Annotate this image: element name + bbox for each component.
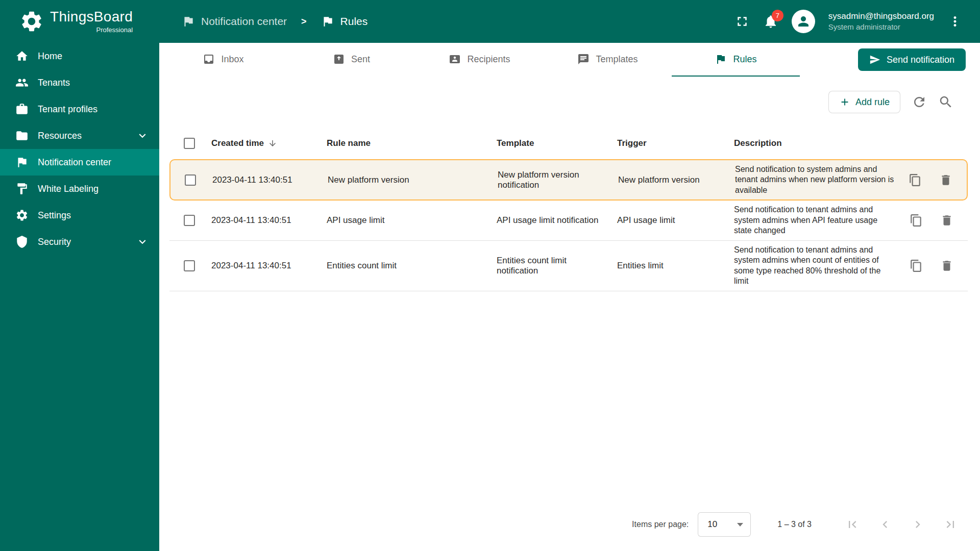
send-icon	[869, 54, 880, 65]
sidebar-item-tenants[interactable]: Tenants	[0, 69, 159, 96]
cell-description: Send notification to system admins and t…	[735, 160, 902, 199]
cell-trigger: New platform version	[618, 171, 735, 189]
search-icon	[938, 94, 953, 110]
chevron-down-icon	[136, 235, 149, 248]
search-button[interactable]	[938, 94, 953, 110]
row-checkbox[interactable]	[185, 174, 196, 186]
home-icon	[15, 49, 29, 63]
sidebar-item-security[interactable]: Security	[0, 229, 159, 255]
table-row[interactable]: 2023-04-11 13:40:51 New platform version…	[169, 159, 968, 201]
notifications-button[interactable]: 7	[763, 14, 778, 29]
chevron-right-icon	[911, 517, 925, 532]
refresh-button[interactable]	[912, 94, 927, 110]
column-header-description[interactable]: Description	[734, 138, 903, 148]
send-notification-label: Send notification	[887, 55, 954, 65]
copy-rule-button[interactable]	[910, 214, 923, 227]
tab-templates[interactable]: Templates	[544, 43, 672, 77]
cell-template: New platform version notification	[498, 166, 618, 194]
sidebar-item-home[interactable]: Home	[0, 43, 159, 69]
table-toolbar: Add rule	[159, 77, 980, 128]
app-window: ThingsBoard Professional Home Tenants Te…	[0, 0, 980, 551]
add-rule-button[interactable]: Add rule	[828, 91, 900, 113]
pager-arrows	[845, 517, 958, 532]
dropdown-caret-icon	[737, 523, 743, 527]
user-info[interactable]: sysadmin@thingsboard.org System administ…	[828, 11, 934, 32]
rules-icon	[715, 53, 727, 65]
thingsboard-logo[interactable]: ThingsBoard Professional	[0, 0, 159, 43]
items-per-page-value: 10	[707, 519, 717, 530]
tab-inbox[interactable]: Inbox	[159, 43, 287, 77]
gear-icon	[15, 209, 29, 222]
table-row[interactable]: 2023-04-11 13:40:51 API usage limit API …	[169, 201, 968, 240]
table-row[interactable]: 2023-04-11 13:40:51 Entities count limit…	[169, 241, 968, 291]
cell-template: API usage limit notification	[497, 211, 617, 230]
rules-table: Created time Rule name Template Trigger …	[169, 128, 968, 291]
last-page-button[interactable]	[943, 517, 958, 532]
topbar-actions: 7 sysadmin@thingsboard.org System admini…	[734, 10, 963, 33]
paint-icon	[15, 182, 29, 195]
sidebar-item-settings[interactable]: Settings	[0, 202, 159, 229]
sidebar-item-notification-center[interactable]: Notification center	[0, 149, 159, 176]
delete-rule-button[interactable]	[940, 259, 953, 272]
cell-created-time: 2023-04-11 13:40:51	[212, 171, 328, 189]
column-header-trigger[interactable]: Trigger	[617, 138, 734, 148]
main-content: Inbox Sent Recipients Templates Rules Se…	[159, 43, 980, 551]
first-page-button[interactable]	[845, 517, 860, 532]
user-avatar[interactable]	[792, 10, 815, 33]
copy-icon	[910, 259, 923, 272]
tab-sent[interactable]: Sent	[287, 43, 415, 77]
delete-rule-button[interactable]	[939, 173, 952, 187]
table-header-row: Created time Rule name Template Trigger …	[169, 128, 968, 159]
delete-rule-button[interactable]	[940, 214, 953, 227]
cell-description: Send notification to tenant admins and s…	[734, 241, 903, 291]
sidebar-item-label: Tenants	[38, 78, 70, 88]
copy-icon	[909, 173, 922, 187]
next-page-button[interactable]	[911, 517, 925, 532]
column-header-template[interactable]: Template	[497, 138, 617, 148]
rules-icon	[321, 15, 334, 28]
thingsboard-logo-icon	[19, 9, 44, 34]
inbox-icon	[203, 53, 215, 65]
plus-icon	[839, 96, 850, 108]
fullscreen-button[interactable]	[734, 14, 750, 29]
cell-rule-name: Entities count limit	[327, 257, 497, 275]
sidebar-item-white-labeling[interactable]: White Labeling	[0, 176, 159, 202]
sidebar: ThingsBoard Professional Home Tenants Te…	[0, 0, 159, 551]
more-menu-button[interactable]	[947, 14, 963, 29]
sidebar-item-resources[interactable]: Resources	[0, 122, 159, 149]
trash-icon	[939, 173, 952, 187]
shield-icon	[15, 235, 29, 248]
previous-page-button[interactable]	[878, 517, 892, 532]
sidebar-item-tenant-profiles[interactable]: Tenant profiles	[0, 96, 159, 122]
cell-rule-name: New platform version	[328, 171, 498, 189]
sidebar-item-label: Settings	[38, 210, 71, 221]
copy-rule-button[interactable]	[910, 259, 923, 272]
tab-rules[interactable]: Rules	[672, 43, 800, 77]
paginator: Items per page: 10 1 – 3 of 3	[159, 498, 980, 551]
recipients-icon	[449, 53, 461, 65]
fullscreen-icon	[734, 14, 750, 29]
chevron-left-icon	[878, 517, 892, 532]
tab-recipients[interactable]: Recipients	[415, 43, 544, 77]
cell-template: Entities count limit notification	[497, 252, 617, 280]
tab-label: Rules	[733, 54, 756, 65]
column-header-rule-name[interactable]: Rule name	[327, 138, 497, 148]
items-per-page-select[interactable]: 10	[698, 512, 751, 537]
cell-trigger: API usage limit	[617, 211, 734, 230]
avatar-icon	[796, 14, 811, 29]
cell-trigger: Entities limit	[617, 257, 734, 275]
column-header-created-time[interactable]: Created time	[211, 138, 327, 148]
select-all-checkbox[interactable]	[184, 138, 195, 149]
breadcrumb-rules: Rules	[321, 15, 368, 28]
breadcrumb-notification-center[interactable]: Notification center	[182, 15, 287, 28]
row-checkbox[interactable]	[184, 260, 195, 271]
sidebar-nav: Home Tenants Tenant profiles Resources N…	[0, 43, 159, 255]
cell-created-time: 2023-04-11 13:40:51	[211, 257, 327, 275]
row-checkbox[interactable]	[184, 215, 195, 226]
tenant-profiles-icon	[15, 103, 29, 116]
send-notification-button[interactable]: Send notification	[858, 48, 966, 71]
notification-center-icon	[182, 15, 195, 28]
copy-rule-button[interactable]	[909, 173, 922, 187]
brand-subtitle: Professional	[50, 26, 133, 34]
tab-label: Sent	[351, 54, 370, 65]
